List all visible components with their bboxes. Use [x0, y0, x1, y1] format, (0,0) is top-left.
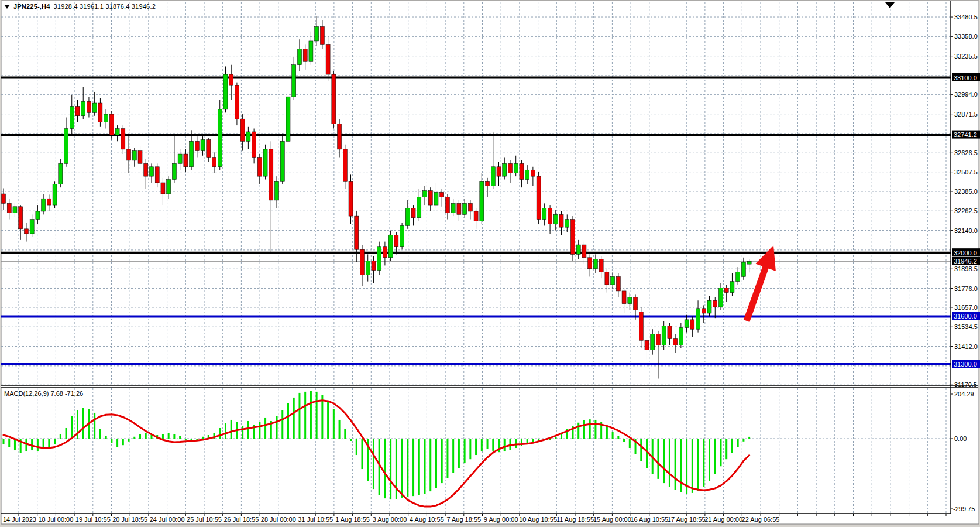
macd-histogram-bar	[105, 436, 107, 439]
candle-body	[445, 197, 449, 213]
candle-body	[645, 340, 649, 350]
candle-body	[2, 194, 6, 203]
price-tag-label: 32741.2	[954, 131, 977, 138]
macd-histogram-bar	[424, 439, 426, 494]
price-tick-label: 32140.0	[954, 227, 978, 234]
price-tag-label: 32000.0	[954, 249, 977, 256]
macd-histogram-bar	[327, 401, 329, 439]
time-tick-label: 15 Aug 00:00	[593, 516, 631, 523]
macd-histogram-bar	[185, 439, 187, 440]
macd-histogram-bar	[31, 439, 33, 450]
macd-max-label: 204.29	[954, 391, 974, 398]
candle-body	[411, 208, 415, 218]
time-tick-label: 20 Jul 18:55	[112, 516, 147, 523]
macd-histogram-bar	[145, 433, 147, 439]
candle-body	[616, 276, 620, 290]
macd-histogram-bar	[339, 420, 341, 439]
candle-body	[349, 181, 353, 216]
candle-body	[144, 163, 148, 176]
macd-histogram-bar	[737, 439, 739, 447]
macd-histogram-bar	[122, 439, 124, 445]
macd-histogram-bar	[361, 439, 363, 469]
macd-histogram-bar	[14, 439, 16, 450]
macd-histogram-bar	[435, 439, 437, 488]
candle-body	[634, 297, 638, 310]
candle-body	[149, 167, 153, 176]
candle-body	[497, 167, 501, 176]
candle-body	[588, 258, 592, 269]
time-tick-label: 11 Aug 18:55	[556, 516, 594, 523]
candle-body	[514, 163, 518, 173]
macd-histogram-bar	[60, 434, 61, 439]
candle-body	[235, 85, 239, 119]
candle-body	[673, 339, 678, 345]
macd-histogram-bar	[675, 439, 676, 490]
macd-histogram-bar	[111, 439, 112, 443]
price-tick-label: 31412.0	[954, 343, 978, 350]
candle-body	[87, 101, 91, 112]
candle-body	[212, 157, 216, 166]
price-tick-label: 31657.0	[954, 304, 978, 311]
macd-histogram-bar	[202, 437, 204, 439]
time-tick-label: 21 Aug 00:00	[704, 516, 742, 523]
candle-body	[240, 119, 245, 141]
time-tick-label: 16 Aug 10:55	[630, 516, 668, 523]
candle-body	[332, 74, 336, 124]
macd-histogram-bar	[48, 439, 50, 447]
candle-body	[338, 124, 342, 149]
candle-body	[269, 149, 273, 200]
trading-chart-window: 33480.533358.033235.532994.032871.532626…	[0, 0, 980, 527]
candle-body	[400, 225, 404, 246]
time-tick-label: 25 Jul 10:55	[187, 516, 222, 523]
candle-body	[702, 309, 706, 313]
candle-body	[138, 151, 142, 164]
macd-histogram-bar	[219, 428, 221, 439]
candle-body	[690, 320, 694, 329]
chart-canvas[interactable]: 33480.533358.033235.532994.032871.532626…	[0, 0, 980, 527]
candle-body	[121, 129, 125, 149]
candle-body	[360, 249, 364, 275]
candle-body	[195, 141, 199, 150]
candle-body	[593, 259, 597, 269]
macd-histogram-bar	[54, 439, 56, 444]
chart-shift-icon[interactable]	[885, 2, 895, 8]
candle-body	[428, 191, 432, 205]
macd-histogram-bar	[429, 439, 431, 491]
macd-histogram-bar	[606, 426, 608, 439]
candle-body	[315, 26, 319, 40]
macd-histogram-bar	[333, 409, 335, 439]
candle-body	[679, 327, 683, 345]
macd-histogram-bar	[356, 439, 357, 455]
candle-body	[372, 261, 376, 270]
candle-body	[486, 181, 490, 186]
chevron-down-icon[interactable]	[4, 5, 10, 9]
candle-body	[36, 211, 40, 220]
candle-body	[388, 235, 393, 258]
macd-histogram-bar	[469, 439, 471, 459]
macd-histogram-bar	[310, 391, 312, 439]
macd-histogram-bar	[418, 439, 420, 495]
candle-body	[668, 326, 672, 339]
candle-body	[651, 334, 655, 350]
candle-body	[81, 101, 85, 115]
candle-body	[343, 149, 347, 181]
candle-body	[109, 114, 114, 135]
macd-histogram-bar	[401, 439, 403, 498]
candle-body	[229, 74, 233, 85]
candle-body	[434, 192, 438, 205]
macd-histogram-bar	[66, 428, 67, 439]
macd-histogram-bar	[475, 439, 477, 455]
candle-body	[576, 245, 580, 254]
time-tick-label: 24 Jul 00:00	[150, 516, 185, 523]
macd-histogram-bar	[242, 426, 243, 439]
macd-histogram-bar	[71, 416, 73, 439]
macd-histogram-bar	[293, 398, 295, 439]
macd-zero-label: 0.00	[954, 435, 967, 442]
macd-histogram-bar	[555, 437, 556, 439]
candle-body	[377, 247, 381, 271]
candle-body	[115, 129, 119, 135]
price-tick-label: 33235.5	[954, 53, 978, 60]
macd-histogram-bar	[725, 439, 727, 459]
candle-body	[383, 247, 387, 258]
macd-histogram-bar	[577, 423, 579, 439]
